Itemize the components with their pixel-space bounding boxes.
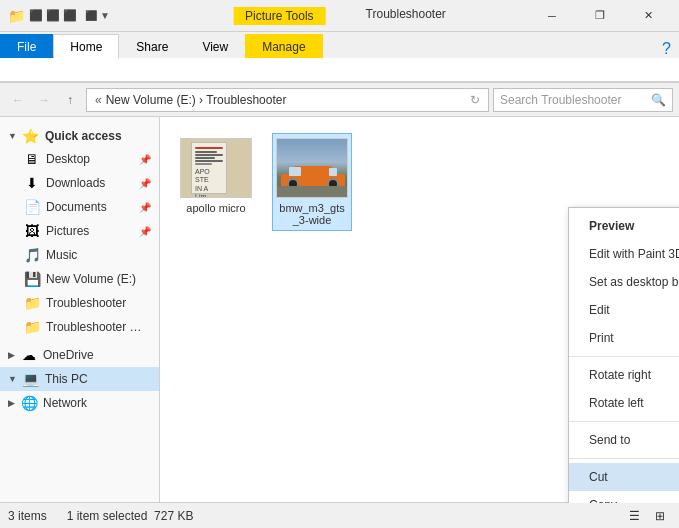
sidebar-item-newvolume[interactable]: 💾 New Volume (E:) xyxy=(0,267,159,291)
documents-icon: 📄 xyxy=(24,199,40,215)
expand-icon: ▶ xyxy=(8,398,15,408)
selection-info: 1 item selected 727 KB xyxy=(67,509,194,523)
window-title: Troubleshooter xyxy=(366,7,446,25)
network-label: Network xyxy=(43,396,87,410)
quick-access-icon: ⬛ ⬛ ⬛ xyxy=(29,9,77,22)
ctx-edit-paint3d[interactable]: Edit with Paint 3D xyxy=(569,240,679,268)
back-button[interactable]: ← xyxy=(6,88,30,112)
ctx-preview[interactable]: Preview xyxy=(569,212,679,240)
tab-view[interactable]: View xyxy=(185,34,245,58)
sidebar-label: Troubleshooter xyxy=(46,296,126,310)
title-bar: 📁 ⬛ ⬛ ⬛ ⬛ ▼ Picture Tools Troubleshooter… xyxy=(0,0,679,32)
folder-icon: 📁 xyxy=(8,8,25,24)
ctx-rotate-left[interactable]: Rotate left xyxy=(569,389,679,417)
picture-tools-tab: Picture Tools xyxy=(233,7,325,25)
expand-icon: ▼ xyxy=(8,374,17,384)
sidebar-item-pictures[interactable]: 🖼 Pictures 📌 xyxy=(0,219,159,243)
tab-manage[interactable]: Manage xyxy=(245,34,322,58)
title-bar-center: Picture Tools Troubleshooter xyxy=(233,7,446,25)
sidebar-item-troubleshooter-wor[interactable]: 📁 Troubleshooter Wor xyxy=(0,315,159,339)
star-icon: ⭐ xyxy=(23,128,39,144)
sidebar-onedrive[interactable]: ▶ ☁ OneDrive xyxy=(0,343,159,367)
folder-yellow2-icon: 📁 xyxy=(24,319,40,335)
sidebar-network[interactable]: ▶ 🌐 Network xyxy=(0,391,159,415)
forward-button[interactable]: → xyxy=(32,88,56,112)
pin-icon: 📌 xyxy=(139,202,151,213)
restore-button[interactable]: ❐ xyxy=(577,0,623,32)
ctx-print[interactable]: Print xyxy=(569,324,679,352)
ctx-edit[interactable]: Edit xyxy=(569,296,679,324)
file-item-bmw[interactable]: bmw_m3_gts_3-wide xyxy=(272,133,352,231)
file-name-bmw: bmw_m3_gts_3-wide xyxy=(277,202,347,226)
details-view-button[interactable]: ☰ xyxy=(623,506,645,526)
content-area: APOSTEIN ALim apollo micro xyxy=(160,117,679,503)
ribbon-tabs: File Home Share View Manage ? xyxy=(0,32,679,58)
breadcrumb-path: New Volume (E:) › Troubleshooter xyxy=(106,93,287,107)
quick-access-label: Quick access xyxy=(45,129,122,143)
ribbon: File Home Share View Manage ? xyxy=(0,32,679,83)
title-bar-left: 📁 ⬛ ⬛ ⬛ ⬛ ▼ xyxy=(8,8,110,24)
up-button[interactable]: ↑ xyxy=(58,88,82,112)
sidebar-label: Troubleshooter Wor xyxy=(46,320,151,334)
address-input[interactable]: « New Volume (E:) › Troubleshooter ↻ xyxy=(86,88,489,112)
view-buttons: ☰ ⊞ xyxy=(623,506,671,526)
desktop-icon: 🖥 xyxy=(24,151,40,167)
onedrive-icon: ☁ xyxy=(21,347,37,363)
folder-yellow-icon: 📁 xyxy=(24,295,40,311)
refresh-icon[interactable]: ↻ xyxy=(470,93,480,107)
ctx-send-to[interactable]: Send to ► xyxy=(569,426,679,454)
ctx-set-desktop[interactable]: Set as desktop background xyxy=(569,268,679,296)
onedrive-label: OneDrive xyxy=(43,348,94,362)
sidebar: ▼ ⭐ Quick access 🖥 Desktop 📌 ⬇ Downloads… xyxy=(0,117,160,503)
sidebar-item-documents[interactable]: 📄 Documents 📌 xyxy=(0,195,159,219)
ctx-rotate-right[interactable]: Rotate right xyxy=(569,361,679,389)
ctx-separator-1 xyxy=(569,356,679,357)
nav-buttons: ← → ↑ xyxy=(6,88,82,112)
expand-icon: ▼ xyxy=(8,131,17,141)
main-area: ▼ ⭐ Quick access 🖥 Desktop 📌 ⬇ Downloads… xyxy=(0,117,679,503)
sidebar-item-downloads[interactable]: ⬇ Downloads 📌 xyxy=(0,171,159,195)
sidebar-label: Desktop xyxy=(46,152,90,166)
file-thumbnail-bmw xyxy=(276,138,348,198)
toolbar-icons: ⬛ ▼ xyxy=(85,10,110,21)
tab-file[interactable]: File xyxy=(0,34,53,58)
sidebar-label: Music xyxy=(46,248,77,262)
ctx-copy[interactable]: Copy xyxy=(569,491,679,503)
minimize-button[interactable]: ─ xyxy=(529,0,575,32)
close-button[interactable]: ✕ xyxy=(625,0,671,32)
network-icon: 🌐 xyxy=(21,395,37,411)
sidebar-item-music[interactable]: 🎵 Music xyxy=(0,243,159,267)
sidebar-label: Downloads xyxy=(46,176,105,190)
pin-icon: 📌 xyxy=(139,226,151,237)
pictures-icon: 🖼 xyxy=(24,223,40,239)
item-count: 3 items xyxy=(8,509,47,523)
context-menu: Preview Edit with Paint 3D Set as deskto… xyxy=(568,207,679,503)
pin-icon: 📌 xyxy=(139,154,151,165)
file-item-apollo[interactable]: APOSTEIN ALim apollo micro xyxy=(176,133,256,231)
large-icons-button[interactable]: ⊞ xyxy=(649,506,671,526)
pc-icon: 💻 xyxy=(23,371,39,387)
sidebar-label: Documents xyxy=(46,200,107,214)
ctx-separator-3 xyxy=(569,458,679,459)
file-thumbnail-apollo: APOSTEIN ALim xyxy=(180,138,252,198)
help-icon[interactable]: ? xyxy=(662,40,679,58)
sidebar-quick-access[interactable]: ▼ ⭐ Quick access xyxy=(0,125,159,147)
ctx-cut[interactable]: Cut xyxy=(569,463,679,491)
ctx-separator-2 xyxy=(569,421,679,422)
expand-icon: ▶ xyxy=(8,350,15,360)
sidebar-label: New Volume (E:) xyxy=(46,272,136,286)
file-name-apollo: apollo micro xyxy=(186,202,245,214)
this-pc-label: This PC xyxy=(45,372,88,386)
sidebar-label: Pictures xyxy=(46,224,89,238)
pin-icon: 📌 xyxy=(139,178,151,189)
status-bar: 3 items 1 item selected 727 KB ☰ ⊞ xyxy=(0,502,679,528)
search-box[interactable]: Search Troubleshooter 🔍 xyxy=(493,88,673,112)
ribbon-content xyxy=(0,58,679,82)
sidebar-item-troubleshooter[interactable]: 📁 Troubleshooter xyxy=(0,291,159,315)
tab-share[interactable]: Share xyxy=(119,34,185,58)
search-label: Search Troubleshooter xyxy=(500,93,647,107)
tab-home[interactable]: Home xyxy=(53,34,119,58)
search-icon[interactable]: 🔍 xyxy=(651,93,666,107)
sidebar-this-pc[interactable]: ▼ 💻 This PC xyxy=(0,367,159,391)
sidebar-item-desktop[interactable]: 🖥 Desktop 📌 xyxy=(0,147,159,171)
